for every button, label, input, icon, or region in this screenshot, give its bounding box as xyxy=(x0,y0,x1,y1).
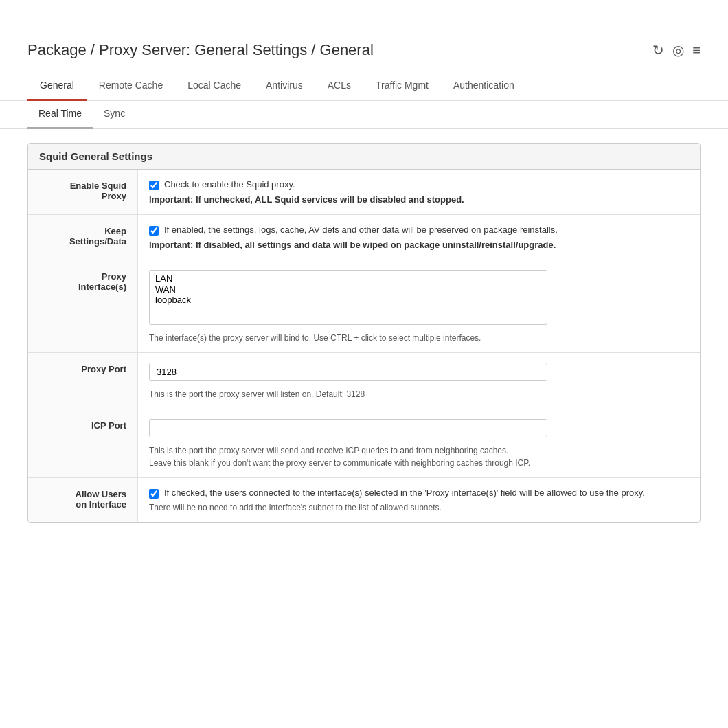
enable-squid-text: Check to enable the Squid proxy. xyxy=(164,179,295,190)
allow-users-text: If checked, the users connected to the i… xyxy=(164,488,645,498)
tab-local-cache[interactable]: Local Cache xyxy=(175,73,253,101)
icp-port-help-1: This is the port the proxy server will s… xyxy=(149,446,689,455)
label-allow-users: Allow Userson Interface xyxy=(28,478,138,522)
settings-panel: Squid General Settings Enable SquidProxy… xyxy=(27,143,701,523)
icp-port-input[interactable] xyxy=(149,419,547,437)
value-enable-squid: Check to enable the Squid proxy. Importa… xyxy=(138,170,700,214)
row-icp-port: ICP Port This is the port the proxy serv… xyxy=(28,409,700,478)
secondary-tabs: Real Time Sync xyxy=(0,101,728,129)
enable-squid-checkbox[interactable] xyxy=(149,181,159,190)
tab-sync[interactable]: Sync xyxy=(93,101,136,129)
value-proxy-port: This is the port the proxy server will l… xyxy=(138,353,700,409)
icp-port-help-2: Leave this blank if you don't want the p… xyxy=(149,458,689,468)
primary-tabs: General Remote Cache Local Cache Antivir… xyxy=(0,73,728,101)
breadcrumb: Package / Proxy Server: General Settings… xyxy=(27,41,374,59)
tab-remote-cache[interactable]: Remote Cache xyxy=(87,73,175,101)
panel-title: Squid General Settings xyxy=(28,144,700,170)
row-proxy-port: Proxy Port This is the port the proxy se… xyxy=(28,353,700,409)
page-header: Package / Proxy Server: General Settings… xyxy=(0,41,728,73)
option-lan[interactable]: LAN xyxy=(155,273,541,284)
tab-traffic-mgmt[interactable]: Traffic Mgmt xyxy=(363,73,441,101)
keep-settings-checkbox[interactable] xyxy=(149,226,159,236)
tab-real-time[interactable]: Real Time xyxy=(27,101,93,129)
label-keep-settings: KeepSettings/Data xyxy=(28,215,138,260)
value-icp-port: This is the port the proxy server will s… xyxy=(138,409,700,477)
tab-antivirus[interactable]: Antivirus xyxy=(253,73,315,101)
tab-general[interactable]: General xyxy=(27,73,87,101)
row-allow-users: Allow Userson Interface If checked, the … xyxy=(28,478,700,522)
allow-users-checkbox[interactable] xyxy=(149,489,159,499)
keep-settings-text: If enabled, the settings, logs, cache, A… xyxy=(164,225,558,235)
enable-squid-warning: Important: If unchecked, ALL Squid servi… xyxy=(149,194,689,205)
option-loopback[interactable]: loopback xyxy=(155,295,541,306)
label-enable-squid: Enable SquidProxy xyxy=(28,170,138,214)
row-proxy-interface: ProxyInterface(s) LAN WAN loopback The i… xyxy=(28,260,700,353)
label-icp-port: ICP Port xyxy=(28,409,138,477)
tab-authentication[interactable]: Authentication xyxy=(441,73,527,101)
label-proxy-interface: ProxyInterface(s) xyxy=(28,260,138,352)
proxy-port-help: This is the port the proxy server will l… xyxy=(149,389,689,399)
value-keep-settings: If enabled, the settings, logs, cache, A… xyxy=(138,215,700,260)
sliders-icon[interactable]: ≡ xyxy=(692,43,701,58)
value-proxy-interface: LAN WAN loopback The interface(s) the pr… xyxy=(138,260,700,352)
proxy-interface-help: The interface(s) the proxy server will b… xyxy=(149,333,689,343)
label-proxy-port: Proxy Port xyxy=(28,353,138,409)
tab-acls[interactable]: ACLs xyxy=(315,73,363,101)
option-wan[interactable]: WAN xyxy=(155,284,541,295)
allow-users-note: There will be no need to add the interfa… xyxy=(149,503,689,512)
proxy-interface-select[interactable]: LAN WAN loopback xyxy=(149,270,547,325)
target-icon[interactable]: ◎ xyxy=(672,42,684,58)
main-content: Squid General Settings Enable SquidProxy… xyxy=(0,143,728,523)
row-keep-settings: KeepSettings/Data If enabled, the settin… xyxy=(28,215,700,260)
refresh-icon[interactable]: ↻ xyxy=(652,42,664,58)
value-allow-users: If checked, the users connected to the i… xyxy=(138,478,700,522)
keep-settings-warning: Important: If disabled, all settings and… xyxy=(149,240,689,250)
header-icons: ↻ ◎ ≡ xyxy=(652,42,701,58)
row-enable-squid: Enable SquidProxy Check to enable the Sq… xyxy=(28,170,700,215)
proxy-port-input[interactable] xyxy=(149,363,547,381)
